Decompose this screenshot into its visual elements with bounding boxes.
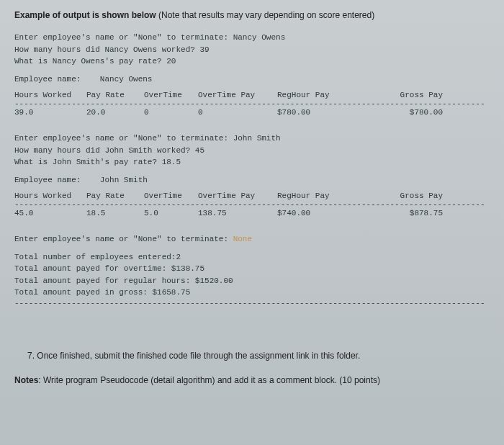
emp1-name-line: Employee name: Nancy Owens bbox=[14, 73, 490, 86]
total-emp: Total number of employees entered:2 bbox=[14, 251, 490, 264]
val-regpay-2: $740.00 bbox=[277, 209, 378, 217]
heading-rest: (Note that results may vary depending on… bbox=[156, 10, 375, 20]
val-hours: 39.0 bbox=[14, 108, 86, 117]
val-ot: 0 bbox=[144, 108, 198, 117]
dash-line-2: ----------------------------------------… bbox=[14, 200, 490, 209]
hdr-gross: Gross Pay bbox=[378, 91, 450, 99]
step-7-note: 7. Once finished, submit the finished co… bbox=[27, 351, 490, 361]
example-heading: Example of output is shown below (Note t… bbox=[14, 10, 490, 20]
hdr-ot-2: OverTime bbox=[144, 192, 198, 200]
dash-line-3: ----------------------------------------… bbox=[14, 299, 490, 307]
val-rate-2: 18.5 bbox=[86, 209, 144, 217]
val-otpay-2: 138.75 bbox=[198, 209, 277, 217]
hdr-rate: Pay Rate bbox=[86, 91, 144, 99]
val-otpay: 0 bbox=[198, 108, 277, 117]
hdr-gross-2: Gross Pay bbox=[378, 192, 450, 200]
emp2-prompt-name: Enter employee's name or "None" to termi… bbox=[14, 132, 490, 145]
final-prompt: Enter employee's name or "None" to termi… bbox=[14, 233, 490, 246]
notes-rest: : Write program Pseudocode (detail algor… bbox=[38, 375, 380, 385]
hdr-otpay-2: OverTime Pay bbox=[198, 192, 277, 200]
notes-line: Notes: Write program Pseudocode (detail … bbox=[14, 375, 490, 385]
emp2-value-row: 45.0 18.5 5.0 138.75 $740.00 $878.75 bbox=[14, 209, 490, 217]
total-ot: Total amount payed for overtime: $138.75 bbox=[14, 263, 490, 275]
emp2-prompt-hours: How many hours did John Smith worked? 45 bbox=[14, 145, 490, 157]
total-reg: Total amount payed for regular hours: $1… bbox=[14, 275, 490, 287]
dash-line-1: ----------------------------------------… bbox=[14, 99, 490, 108]
emp1-prompt-name: Enter employee's name or "None" to termi… bbox=[14, 32, 490, 44]
val-gross: $780.00 bbox=[378, 108, 450, 117]
none-input: None bbox=[233, 235, 252, 243]
emp1-prompt-rate: What is Nancy Owens's pay rate? 20 bbox=[14, 55, 490, 68]
emp1-header-row: Hours Worked Pay Rate OverTime OverTime … bbox=[14, 91, 490, 99]
emp2-name-line: Employee name: John Smith bbox=[14, 174, 490, 186]
hdr-rate-2: Pay Rate bbox=[86, 192, 144, 200]
emp1-value-row: 39.0 20.0 0 0 $780.00 $780.00 bbox=[14, 108, 490, 117]
val-ot-2: 5.0 bbox=[144, 209, 198, 217]
heading-bold: Example of output is shown below bbox=[14, 10, 156, 20]
hdr-hours: Hours Worked bbox=[14, 91, 86, 99]
hdr-ot: OverTime bbox=[144, 91, 198, 99]
val-gross-2: $878.75 bbox=[378, 209, 450, 217]
hdr-regpay: RegHour Pay bbox=[277, 91, 378, 99]
total-gross: Total amount payed in gross: $1658.75 bbox=[14, 287, 490, 299]
val-hours-2: 45.0 bbox=[14, 209, 86, 217]
emp1-prompt-hours: How many hours did Nancy Owens worked? 3… bbox=[14, 44, 490, 56]
hdr-hours-2: Hours Worked bbox=[14, 192, 86, 200]
val-regpay: $780.00 bbox=[277, 108, 378, 117]
val-rate: 20.0 bbox=[86, 108, 144, 117]
notes-bold: Notes bbox=[14, 375, 38, 385]
emp2-header-row: Hours Worked Pay Rate OverTime OverTime … bbox=[14, 192, 490, 200]
hdr-regpay-2: RegHour Pay bbox=[277, 192, 378, 200]
emp2-prompt-rate: What is John Smith's pay rate? 18.5 bbox=[14, 156, 490, 168]
hdr-otpay: OverTime Pay bbox=[198, 91, 277, 99]
